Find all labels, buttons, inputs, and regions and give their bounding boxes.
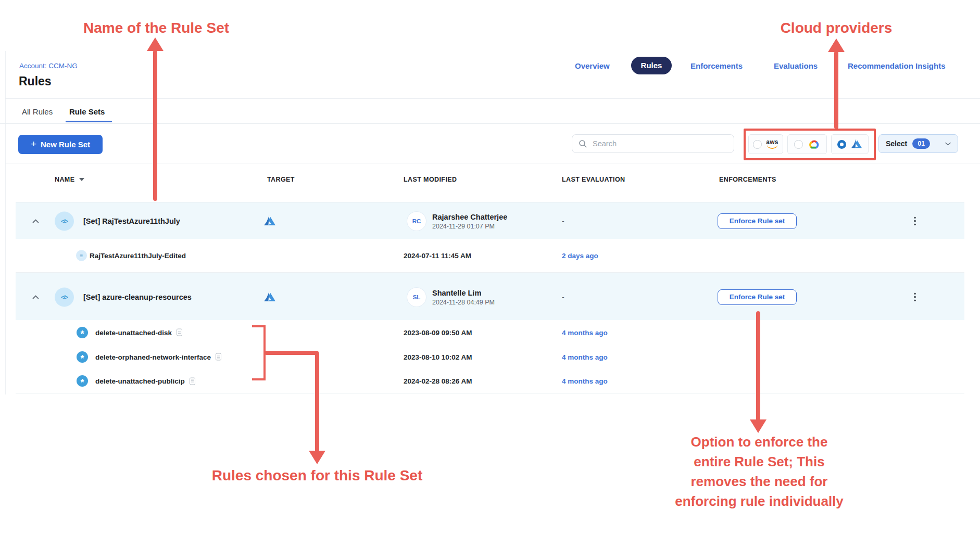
rule-doc-icon: ≡ (76, 250, 87, 261)
select-count-badge: 01 (912, 138, 930, 149)
enforce-rule-set-button[interactable]: Enforce Rule set (718, 213, 797, 229)
tab-all-rules[interactable]: All Rules (22, 107, 53, 116)
rule-name: delete-unattached-publicip (95, 377, 185, 385)
last-modified-cell: Rajarshee Chatterjee 2024-11-29 01:07 PM (432, 212, 507, 230)
gcp-radio[interactable] (794, 140, 803, 149)
last-modified-cell: Shantelle Lim 2024-11-28 04:49 PM (432, 288, 495, 305)
select-dropdown[interactable]: Select 01 (878, 134, 958, 153)
rule-last-evaluation-link[interactable]: 4 months ago (562, 353, 608, 361)
table-header: NAME TARGET LAST MODIFIED LAST EVALUATIO… (16, 171, 964, 192)
rule-icon: * (77, 327, 88, 338)
provider-toggle-aws[interactable]: aws (748, 134, 783, 154)
copy-icon[interactable] (177, 329, 182, 336)
kebab-menu-button[interactable] (910, 290, 920, 303)
rule-last-evaluation-link[interactable]: 4 months ago (562, 328, 608, 336)
last-evaluation-value: - (562, 293, 564, 301)
rule-set-icon: </> (55, 287, 74, 307)
provider-toggle-azure[interactable] (831, 134, 869, 154)
annotation-arrow-shaft (756, 311, 760, 422)
annotation-arrow-shaft (315, 352, 319, 453)
account-breadcrumb[interactable]: Account: CCM-NG (19, 62, 78, 70)
annotation-bracket (252, 378, 266, 380)
active-tab-underline (66, 121, 112, 122)
avatar: RC (407, 211, 426, 231)
modified-at-timestamp: 2024-11-28 04:49 PM (432, 298, 495, 305)
annotation-line: removes the need for (660, 472, 858, 491)
search-input[interactable] (592, 139, 727, 148)
rule-last-evaluation-link[interactable]: 2 days ago (562, 252, 598, 260)
rule-last-modified: 2023-08-09 09:50 AM (404, 328, 472, 336)
rule-last-modified: 2023-08-10 10:02 AM (404, 353, 472, 361)
aws-radio[interactable] (753, 140, 762, 149)
kebab-menu-button[interactable] (910, 214, 920, 227)
azure-radio-checked[interactable] (837, 140, 846, 149)
annotation-line: Option to enforce the (660, 432, 858, 452)
annotation-arrow-shaft (153, 50, 157, 201)
chevron-down-icon (945, 142, 951, 146)
search-icon (579, 139, 587, 148)
nav-item-overview[interactable]: Overview (575, 58, 610, 74)
rule-last-evaluation-link[interactable]: 4 months ago (562, 377, 608, 385)
azure-logo-icon (850, 139, 863, 149)
annotation-arrow-down-icon (750, 419, 767, 433)
column-name-label: NAME (55, 176, 74, 183)
enforce-rule-set-button[interactable]: Enforce Rule set (718, 289, 797, 305)
column-header-target: TARGET (267, 176, 295, 183)
rule-row: * delete-unattached-publicip 2024-02-28 … (16, 369, 964, 393)
collapse-chevron-up-icon[interactable] (32, 219, 39, 223)
rule-set-name: [Set] azure-cleanup-resources (83, 293, 192, 301)
annotation-arrow-shaft (834, 51, 838, 129)
rule-name: delete-unattached-disk (95, 328, 172, 336)
nav-item-enforcements[interactable]: Enforcements (690, 58, 743, 74)
page-title: Rules (19, 74, 52, 88)
search-box[interactable] (572, 134, 734, 153)
modified-at-timestamp: 2024-11-29 01:07 PM (432, 222, 507, 230)
annotation-line: enforcing rule individually (660, 491, 858, 511)
rule-icon: * (77, 351, 88, 363)
annotation-enforce-note: Option to enforce the entire Rule Set; T… (660, 432, 858, 511)
annotation-arrow-down-icon (309, 451, 325, 464)
new-rule-set-label: New Rule Set (41, 140, 90, 149)
aws-logo-icon: aws (766, 139, 778, 149)
provider-toggle-gcp[interactable] (787, 134, 827, 154)
rule-last-modified: 2024-07-11 11:45 AM (404, 252, 471, 260)
rule-set-name: [Set] RajTestAzure11thJuly (83, 217, 180, 225)
content-left-divider (5, 51, 6, 394)
rule-set-row: </> [Set] azure-cleanup-resources SL Sha… (16, 273, 964, 321)
annotation-arrow-up-icon (828, 39, 845, 52)
rule-name-cell: delete-unattached-publicip (95, 377, 195, 385)
rule-last-modified: 2024-02-28 08:26 AM (404, 377, 472, 385)
modified-by-name: Shantelle Lim (432, 288, 495, 297)
copy-icon[interactable] (190, 377, 195, 385)
copy-icon[interactable] (216, 353, 221, 361)
annotation-rules-chosen: Rules chosen for this Rule Set (197, 467, 437, 484)
nav-item-rules-active[interactable]: Rules (631, 57, 672, 74)
column-header-enforcements: ENFORCEMENTS (719, 176, 776, 183)
new-rule-set-button[interactable]: + New Rule Set (18, 135, 103, 154)
rule-name-cell: delete-unattached-disk (95, 328, 182, 336)
last-evaluation-value: - (562, 217, 564, 225)
rule-set-row: </> [Set] RajTestAzure11thJuly RC Rajars… (16, 202, 964, 239)
modified-by-name: Rajarshee Chatterjee (432, 212, 507, 221)
nav-item-recommendation-insights[interactable]: Recommendation Insights (848, 58, 946, 74)
annotation-bracket (252, 325, 266, 327)
tab-rule-sets[interactable]: Rule Sets (69, 107, 105, 116)
collapse-chevron-up-icon[interactable] (32, 295, 39, 299)
annotation-connector-line (265, 351, 319, 355)
toolbar-divider (5, 163, 980, 163)
column-header-name[interactable]: NAME (55, 176, 84, 183)
rule-icon: * (77, 375, 88, 387)
nav-item-evaluations[interactable]: Evaluations (774, 58, 818, 74)
rule-row: * delete-orphaned-network-interface 2023… (16, 345, 964, 369)
annotation-name-of-rule-set: Name of the Rule Set (57, 20, 255, 36)
rule-name-cell: delete-orphaned-network-interface (95, 353, 221, 361)
rule-name: delete-orphaned-network-interface (95, 353, 211, 361)
azure-target-icon (263, 215, 277, 227)
rule-set-icon: </> (55, 211, 74, 231)
plus-icon: + (31, 138, 36, 150)
sort-caret-icon[interactable] (79, 178, 84, 181)
annotation-arrow-up-icon (147, 37, 164, 51)
select-label: Select (886, 139, 907, 148)
rules-page: Account: CCM-NG Rules Overview Rules Enf… (0, 0, 980, 535)
rule-name: RajTestAzure11thJuly-Edited (90, 252, 186, 260)
